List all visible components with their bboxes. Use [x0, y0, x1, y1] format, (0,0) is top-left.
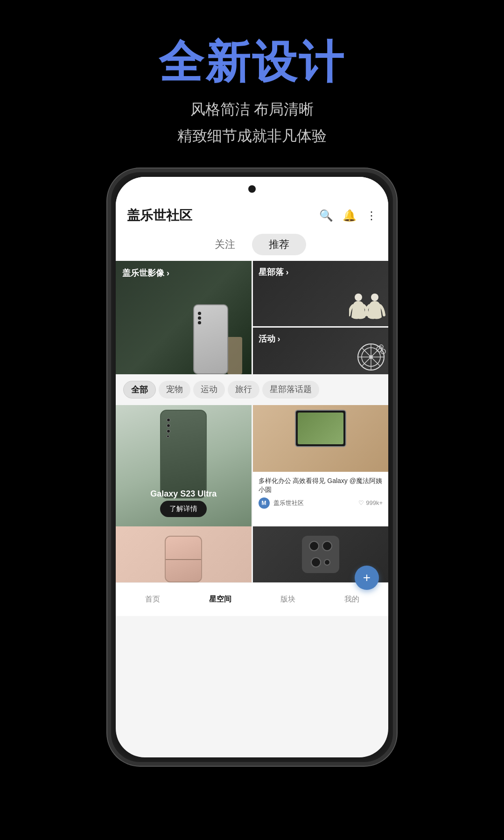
cat-pets[interactable]: 宠物: [159, 381, 190, 399]
nav-starspace-label: 星空间: [209, 595, 231, 604]
card-s23[interactable]: Galaxy S23 Ultra 了解详情: [116, 405, 252, 526]
svg-point-0: [355, 294, 362, 301]
s23-label: Galaxy S23 Ultra: [150, 489, 217, 499]
nav-sections-label: 版块: [280, 595, 295, 604]
search-icon[interactable]: 🔍: [319, 209, 333, 222]
nav-home[interactable]: 首页: [138, 592, 168, 607]
food-description: 多样化办公 高效看得见 Galaxy @魔法阿姨小圆: [259, 476, 383, 495]
cam4: [324, 559, 330, 566]
nav-starspace[interactable]: 星空间: [202, 592, 239, 607]
banner-galaxy[interactable]: 盖乐世影像 ›: [116, 261, 252, 374]
cam1: [309, 541, 319, 551]
food-upper: [253, 405, 389, 472]
content-cards: Galaxy S23 Ultra 了解详情 多样化办公 高效看得见 G: [116, 405, 388, 526]
flip-phone-shape: [165, 536, 202, 582]
header-icons: 🔍 🔔 ⋮: [319, 209, 377, 222]
card-meta: M 盖乐世社区 ♡ 999k+: [259, 497, 383, 509]
s23-phone-shape: [160, 410, 207, 498]
banner-activity[interactable]: 活动 ›: [253, 328, 389, 374]
nav-home-label: 首页: [145, 595, 160, 604]
category-tabs: 全部 宠物 运动 旅行 星部落话题: [116, 374, 388, 405]
meta-source: 盖乐世社区: [273, 499, 304, 507]
wheel-icon: [356, 342, 386, 372]
svg-point-1: [371, 294, 378, 301]
heart-icon: ♡: [358, 499, 364, 506]
app-title: 盖乐世社区: [127, 207, 192, 224]
cat-starclub[interactable]: 星部落话题: [262, 381, 319, 399]
meta-likes: ♡ 999k+: [358, 499, 383, 506]
cat-all[interactable]: 全部: [123, 381, 156, 399]
header-section: 全新设计 风格简洁 布局清晰 精致细节成就非凡体验: [159, 0, 345, 168]
banner-galaxy-label: 盖乐世影像 ›: [122, 267, 169, 279]
banner-activity-label: 活动 ›: [259, 333, 280, 344]
paper-people-icon: [349, 292, 386, 324]
food-lower: 多样化办公 高效看得见 Galaxy @魔法阿姨小圆 M 盖乐世社区 ♡ 999…: [253, 472, 389, 526]
front-camera: [248, 185, 256, 193]
fab-add-button[interactable]: +: [355, 566, 379, 590]
sub-title: 风格简洁 布局清晰 精致细节成就非凡体验: [159, 96, 345, 150]
bottom-nav: 首页 星空间 版块 我的: [116, 582, 388, 616]
nav-mine[interactable]: 我的: [337, 592, 367, 607]
main-title: 全新设计: [159, 37, 345, 87]
bell-icon[interactable]: 🔔: [343, 209, 357, 222]
card-flip-phone[interactable]: [116, 526, 252, 582]
nav-mine-label: 我的: [344, 595, 359, 604]
phone-mockup: 盖乐世社区 🔍 🔔 ⋮ 关注 推荐 盖乐世影像 ›: [107, 168, 397, 766]
camera-module: [302, 536, 339, 573]
more-icon[interactable]: ⋮: [366, 209, 377, 222]
banner-stars-label: 星部落 ›: [259, 266, 289, 278]
cam3: [311, 557, 321, 567]
tab-follow[interactable]: 关注: [198, 234, 252, 255]
s23-cameras: [167, 418, 170, 438]
cat-sports[interactable]: 运动: [193, 381, 225, 399]
meta-avatar: M: [259, 497, 270, 509]
tab-recommend[interactable]: 推荐: [252, 234, 306, 255]
tab-bar: 关注 推荐: [116, 230, 388, 261]
lower-cards: [116, 526, 388, 582]
banner-grid: 盖乐世影像 ›: [116, 261, 388, 374]
learn-more-button[interactable]: 了解详情: [160, 501, 207, 517]
cam2: [322, 541, 332, 551]
phone-screen: 盖乐世社区 🔍 🔔 ⋮ 关注 推荐 盖乐世影像 ›: [116, 177, 388, 757]
banner-stars[interactable]: 星部落 ›: [253, 261, 389, 326]
nav-sections[interactable]: 版块: [273, 592, 303, 607]
status-bar: [116, 177, 388, 201]
app-header: 盖乐世社区 🔍 🔔 ⋮: [116, 201, 388, 230]
card-food[interactable]: 多样化办公 高效看得见 Galaxy @魔法阿姨小圆 M 盖乐世社区 ♡ 999…: [253, 405, 389, 526]
cat-travel[interactable]: 旅行: [228, 381, 259, 399]
tablet-shape: [295, 410, 346, 447]
svg-point-8: [369, 355, 373, 359]
